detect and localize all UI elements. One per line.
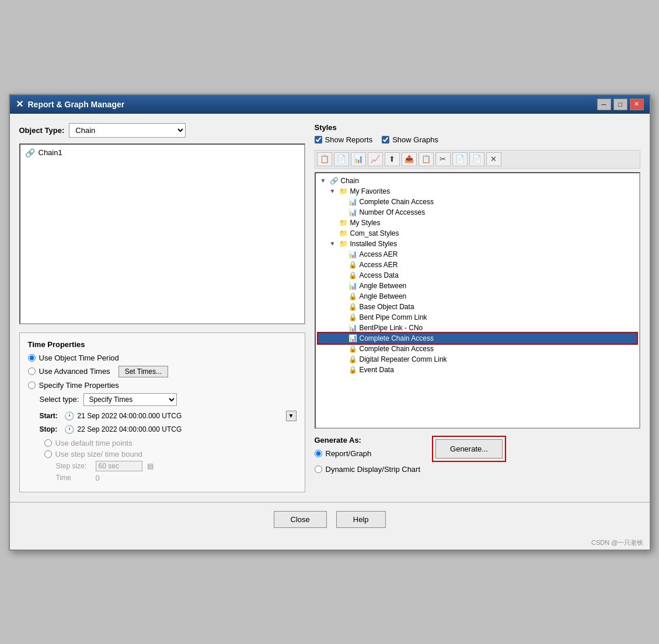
toolbar-btn-export[interactable]: 📤 [402,152,417,166]
select-type-select[interactable]: Specify Times [83,393,177,406]
lock-icon: 🔒 [348,292,357,300]
show-reports-label: Show Reports [325,135,373,144]
show-reports-checkbox[interactable] [315,136,322,144]
step-size-row: Step size: ▤ [56,461,297,471]
toolbar-btn-delete[interactable]: ✕ [486,152,501,166]
tree-item-installed-styles[interactable]: ▼ 📁 Installed Styles [318,239,637,249]
start-clock-icon: 🕐 [64,411,74,421]
toolbar-btn-chart[interactable]: 📊 [351,152,366,166]
select-type-row: Select type: Specify Times [40,393,297,406]
generate-as-left: Generate As: Report/Graph Dynamic Displa… [315,436,421,477]
tree-item-chain-root[interactable]: ▼ 🔗 Chain [318,176,637,186]
use-object-time-radio[interactable] [28,354,36,362]
object-list-item[interactable]: 🔗 Chain1 [23,147,302,159]
generate-button[interactable]: Generate... [435,439,503,459]
angle-between-report-label: Angle Between [360,282,407,290]
lock-icon: 🔒 [348,355,357,363]
tree-item-base-object-data[interactable]: 🔒 Base Object Data [318,302,637,312]
tree-item-digital-repeater[interactable]: 🔒 Digital Repeater Comm Link [318,354,637,365]
tree-item-angle-between-lock[interactable]: 🔒 Angle Between [318,291,637,302]
generate-btn-area: Generate... [432,436,506,462]
toolbar-btn-paste[interactable]: 📄 [452,152,468,166]
help-button[interactable]: Help [336,511,386,528]
time-label: Time [56,474,91,482]
styles-label: Styles [315,123,640,132]
report-icon: 📊 [348,282,357,290]
lock-icon: 🔒 [348,366,357,374]
time-options: Use default time points Use step size/ t… [40,439,297,482]
tree-item-bent-pipe-comm-link[interactable]: 🔒 Bent Pipe Comm Link [318,312,637,323]
use-default-time-radio[interactable] [44,439,52,447]
folder-icon: 📁 [339,240,348,248]
toolbar-btn-open[interactable]: 📄 [334,152,349,166]
folder-icon: 📁 [339,229,348,237]
object-list-box[interactable]: 🔗 Chain1 [19,144,305,324]
use-advanced-times-radio[interactable] [28,368,36,375]
step-size-input[interactable] [96,461,142,471]
access-aer-report-label: Access AER [360,250,398,258]
start-arrow-button[interactable]: ▼ [286,411,297,421]
tree-item-number-of-accesses[interactable]: 📊 Number Of Accesses [318,207,637,218]
title-bar-left: ✕ Report & Graph Manager [16,99,125,110]
dynamic-display-label: Dynamic Display/Strip Chart [326,465,421,474]
app-icon: ✕ [16,99,23,110]
title-controls: ─ □ ✕ [597,99,644,110]
lock-icon: 🔒 [348,261,357,269]
stop-clock-icon: 🕐 [64,425,74,434]
tree-item-access-data[interactable]: 🔒 Access Data [318,270,637,281]
set-times-button[interactable]: Set Times... [118,366,168,377]
report-graph-label: Report/Graph [326,449,372,458]
report-graph-radio[interactable] [315,450,322,457]
tree-item-my-favorites[interactable]: ▼ 📁 My Favorites [318,186,637,197]
toolbar-btn-graph[interactable]: 📈 [368,152,383,166]
tree-item-angle-between-report[interactable]: 📊 Angle Between [318,281,637,291]
toolbar-btn-cut[interactable]: ✂ [435,152,451,166]
access-aer-lock-label: Access AER [360,261,398,269]
show-reports-check-row: Show Reports [315,135,373,144]
toolbar-btn-upload[interactable]: ⬆ [385,152,400,166]
angle-between-lock-label: Angle Between [360,292,407,300]
number-of-accesses-label: Number Of Accesses [360,208,426,216]
toolbar-btn-copy[interactable]: 📋 [419,152,434,166]
show-graphs-checkbox[interactable] [382,136,389,144]
tree-item-complete-chain-access-fav[interactable]: 📊 Complete Chain Access [318,197,637,207]
minimize-button[interactable]: ─ [597,99,611,110]
toolbar-btn-paste2[interactable]: 📄 [469,152,484,166]
chain-icon: 🔗 [25,148,35,158]
close-button[interactable]: Close [274,511,327,528]
bentpipe-link-cno-label: BentPipe Link - CNo [360,324,423,332]
object-type-label: Object Type: [19,126,65,135]
complete-chain-access-selected-label: Complete Chain Access [360,334,434,342]
expand-icon: ▼ [330,188,337,194]
folder-icon: 📁 [339,219,348,227]
complete-chain-access-fav-label: Complete Chain Access [360,198,434,206]
tree-box[interactable]: ▼ 🔗 Chain ▼ 📁 My Favorites 📊 Complete Ch… [315,172,640,429]
tree-item-comsat-styles[interactable]: 📁 Com_sat Styles [318,228,637,239]
select-type-label: Select type: [40,395,79,404]
tree-item-bentpipe-link-cno[interactable]: 📊 BentPipe Link - CNo [318,323,637,333]
use-object-time-row: Use Object Time Period [28,354,297,362]
lock-icon: 🔒 [348,271,357,279]
main-window: ✕ Report & Graph Manager ─ □ ✕ Object Ty… [9,94,651,551]
object-type-select[interactable]: Chain [69,123,186,138]
dynamic-display-radio[interactable] [315,466,322,473]
stop-datetime-row: Stop: 🕐 22 Sep 2022 04:00:00.000 UTCG [40,425,297,434]
lock-icon: 🔒 [348,313,357,321]
tree-item-access-aer-report[interactable]: 📊 Access AER [318,249,637,260]
use-default-time-label: Use default time points [55,439,133,447]
use-object-time-label: Use Object Time Period [39,354,119,362]
toolbar-btn-new[interactable]: 📋 [317,152,332,166]
specify-time-label: Specify Time Properties [39,381,119,390]
maximize-button[interactable]: □ [613,99,627,110]
use-step-size-radio[interactable] [44,450,52,458]
event-data-label: Event Data [360,366,394,374]
tree-item-access-aer-lock[interactable]: 🔒 Access AER [318,260,637,270]
tree-item-event-data[interactable]: 🔒 Event Data [318,365,637,375]
specify-time-radio[interactable] [28,382,36,389]
close-window-button[interactable]: ✕ [630,99,644,110]
tree-item-my-styles[interactable]: 📁 My Styles [318,218,637,228]
tree-item-complete-chain-access-lock[interactable]: 🔒 Complete Chain Access [318,344,637,354]
generate-as-title: Generate As: [315,436,421,444]
start-value: 21 Sep 2022 04:00:00.000 UTCG [78,412,283,420]
tree-item-complete-chain-access-selected[interactable]: 📊 Complete Chain Access [318,333,637,344]
